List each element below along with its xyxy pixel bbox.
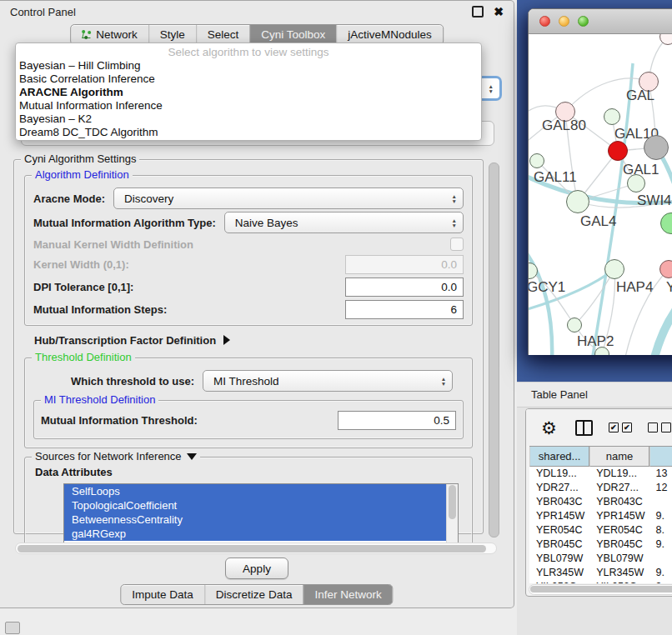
table-cell: YER054C (589, 523, 649, 538)
mi-algorithm-type-value: Naive Bayes (235, 217, 298, 229)
network-node-hap2[interactable] (567, 318, 582, 332)
column-header-name[interactable]: name (589, 447, 649, 467)
horizontal-scrollbar[interactable] (15, 542, 497, 554)
table-cell: YBR043C (589, 495, 649, 509)
tab-select[interactable]: Select (196, 25, 250, 44)
tab-label: Select (208, 28, 239, 41)
tab-jactivemnodules[interactable]: jActiveMNodules (336, 25, 443, 44)
table-row[interactable]: YLR345WYLR345W9. (529, 566, 672, 580)
mi-algorithm-type-label: Mutual Information Algorithm Type: (33, 217, 216, 229)
gear-icon[interactable]: ⚙ (541, 419, 557, 437)
tab-style[interactable]: Style (148, 25, 196, 44)
aracne-mode-row: Aracne Mode: Discovery ▲▼ (33, 188, 464, 209)
network-node-hap4[interactable] (604, 259, 624, 279)
data-attribute-betweennesscentrality[interactable]: BetweennessCentrality (64, 512, 458, 527)
mi-threshold-row: Mutual Information Threshold: 0.5 (41, 411, 456, 430)
close-window-icon[interactable] (539, 16, 550, 27)
algorithm-option-dream8-dc-tdc-algorithm[interactable]: Dream8 DC_TDC Algorithm (16, 126, 481, 139)
table-cell: YBR045C (589, 538, 649, 552)
algorithm-option-bayesian-k2[interactable]: Bayesian – K2 (16, 112, 481, 126)
table-horizontal-scrollbar[interactable] (529, 584, 672, 595)
manual-kernel-width-checkbox[interactable] (450, 238, 464, 251)
split-view-icon[interactable] (575, 420, 593, 436)
table-row[interactable]: YIL052CYIL052C9 (529, 580, 672, 583)
bottom-tab-label: Impute Data (132, 588, 193, 601)
table-row[interactable]: YER054CYER054C8. (529, 523, 672, 538)
table-row[interactable]: YBR045CYBR045C9. (529, 538, 672, 552)
node-label-hap4: HAP4 (616, 279, 653, 296)
float-window-icon[interactable] (472, 6, 484, 18)
network-node[interactable] (644, 135, 669, 160)
hidden-panel-icon[interactable] (5, 622, 20, 634)
which-threshold-combobox[interactable]: MI Threshold ▲▼ (203, 370, 453, 392)
table-toolbar: ⚙ ✔✔ (526, 409, 672, 446)
aracne-mode-value: Discovery (124, 192, 173, 205)
network-node-gal11[interactable] (529, 153, 544, 168)
data-attributes-list[interactable]: SelfLoopsTopologicalCoefficientBetweenne… (63, 483, 459, 543)
algorithm-option-mutual-information-inference[interactable]: Mutual Information Inference (16, 99, 481, 112)
bottom-tab-impute-data[interactable]: Impute Data (121, 585, 204, 604)
settings-scroll-area: Cyni Algorithm Settings Algorithm Defini… (8, 151, 506, 556)
select-all-columns-icon[interactable]: ✔✔ (609, 422, 632, 432)
bottom-tab-infer-network[interactable]: Infer Network (303, 585, 392, 604)
combo-arrows-icon: ▲▼ (441, 377, 446, 386)
combo-arrows-icon: ▲▼ (489, 84, 494, 93)
tab-label: Cyni Toolbox (261, 28, 325, 41)
table-row[interactable]: YPR145WYPR145W9. (529, 509, 672, 523)
algorithm-dropdown-popup: Select algorithm to view settings Bayesi… (15, 42, 482, 141)
control-panel-window: Control Panel ✖ NetworkStyleSelectCyni T… (0, 0, 514, 608)
network-window-titlebar (529, 9, 672, 34)
hub-transcription-factor-expander[interactable]: Hub/Transcription Factor Definition (34, 332, 473, 348)
aracne-mode-combobox[interactable]: Discovery ▲▼ (113, 188, 464, 209)
table-row[interactable]: YDL19...YDL19...13 (529, 467, 672, 481)
tab-cyni-toolbox[interactable]: Cyni Toolbox (249, 25, 336, 44)
aracne-mode-label: Aracne Mode: (33, 192, 105, 205)
table-row[interactable]: YBR043CYBR043C (529, 495, 672, 509)
data-attribute-gal4rgexp[interactable]: gal4RGexp (64, 527, 458, 541)
algorithm-option-bayesian-hill-climbing[interactable]: Bayesian – Hill Climbing (16, 59, 481, 72)
network-canvas[interactable]: GALGAL80GAL10GAL1GAL11SWI4GAL4GCY1HAP4YH… (529, 34, 672, 355)
table-cell: YDL19... (589, 467, 649, 481)
mi-steps-field[interactable]: 6 (345, 300, 464, 319)
network-node-y[interactable] (659, 260, 672, 278)
table-cell: YBR043C (529, 495, 589, 509)
tab-network[interactable]: Network (71, 25, 148, 44)
mi-threshold-field[interactable]: 0.5 (338, 411, 456, 430)
table-row[interactable]: YDR27...YDR27...12 (529, 481, 672, 495)
data-attribute-selfloops[interactable]: SelfLoops (64, 484, 458, 498)
dpi-tolerance-field[interactable]: 0.0 (345, 278, 464, 297)
kernel-width-label: Kernel Width (0,1): (33, 258, 129, 271)
mi-steps-row: Mutual Information Steps: 6 (33, 299, 464, 320)
dropdown-placeholder: Select algorithm to view settings (16, 45, 481, 59)
zoom-window-icon[interactable] (578, 16, 589, 27)
mi-algorithm-type-combobox[interactable]: Naive Bayes ▲▼ (224, 212, 464, 233)
node-table: shared...name YDL19...YDL19...13YDR27...… (529, 446, 672, 583)
table-header-row: shared...name (529, 446, 672, 467)
algorithm-option-basic-correlation-inference[interactable]: Basic Correlation Inference (16, 72, 481, 86)
vertical-scrollbar[interactable] (489, 162, 499, 538)
deselect-all-columns-icon[interactable] (648, 422, 671, 432)
network-node-gal10[interactable] (604, 108, 620, 125)
cyni-settings-title: Cyni Algorithm Settings (21, 152, 139, 165)
table-cell: YPR145W (529, 509, 589, 523)
network-node-gal1[interactable] (608, 141, 628, 161)
apply-button[interactable]: Apply (225, 558, 288, 579)
table-cell: 9. (649, 538, 672, 552)
bottom-tab-discretize-data[interactable]: Discretize Data (204, 585, 303, 604)
column-header-shared[interactable]: shared... (529, 447, 589, 467)
network-icon (82, 30, 92, 40)
algorithm-option-aracne-algorithm[interactable]: ARACNE Algorithm (16, 86, 481, 99)
sources-title[interactable]: Sources for Network Inference (32, 450, 200, 462)
list-scrollbar[interactable] (446, 484, 458, 542)
close-icon[interactable]: ✖ (494, 8, 504, 16)
table-cell (649, 552, 672, 566)
data-attributes-label: Data Attributes (35, 466, 464, 478)
network-node-swi4[interactable] (627, 174, 645, 192)
kernel-width-field[interactable]: 0.0 (345, 255, 464, 274)
column-header-2[interactable] (649, 447, 672, 467)
table-row[interactable]: YBL079WYBL079W (529, 552, 672, 566)
which-threshold-row: Which threshold to use: MI Threshold ▲▼ (71, 370, 464, 392)
minimize-window-icon[interactable] (559, 16, 569, 27)
network-node-gal4[interactable] (566, 190, 589, 213)
data-attribute-topologicalcoefficient[interactable]: TopologicalCoefficient (64, 498, 458, 512)
